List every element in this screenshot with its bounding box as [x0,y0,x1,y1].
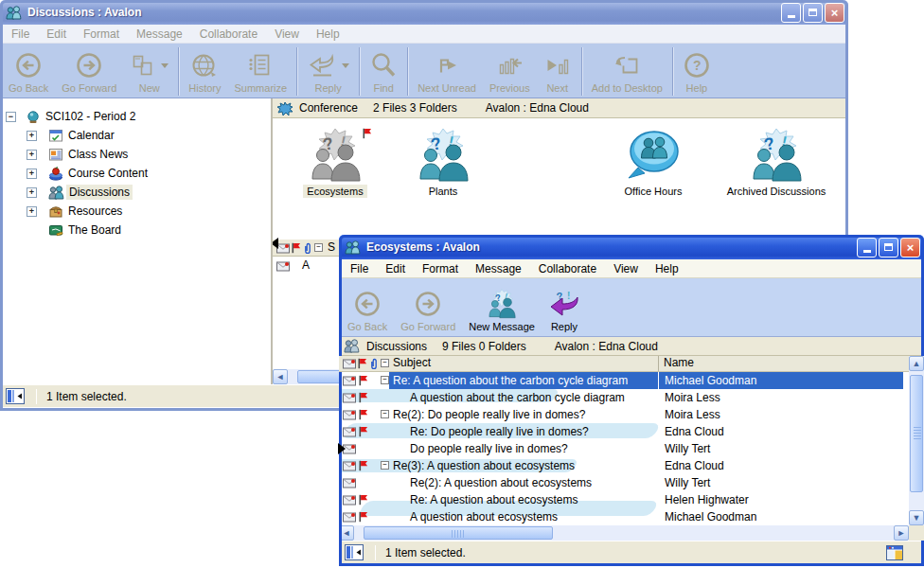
paperclip-icon[interactable] [369,358,379,370]
tree-root[interactable]: −SCI102 - Period 2 [0,107,271,126]
name-column-header[interactable]: Name [664,356,694,369]
dropdown-arrow-icon[interactable] [342,63,349,72]
previous-button[interactable]: Previous [483,45,537,98]
menu-help[interactable]: Help [647,260,687,277]
flag-icon[interactable] [357,358,367,369]
title-bar[interactable]: Ecosystems : Avalon × [339,235,924,259]
dropdown-arrow-icon[interactable] [161,63,169,72]
conference-item-office-hours[interactable]: Office Hours [591,128,716,198]
history-button[interactable]: History [182,45,227,98]
column-header[interactable]: − Subject Name [339,356,924,372]
pane-toggle-icon[interactable] [345,544,364,560]
message-row[interactable]: −Re(2): Do people really live in domes?M… [339,406,903,423]
summarize-button[interactable]: Summarize [228,45,294,98]
sidebar-item-calendar[interactable]: +Calendar [0,126,271,145]
scrollbar-thumb[interactable] [364,526,553,540]
menu-bar: FileEditFormatMessageCollaborateViewHelp [339,259,924,278]
subject-column-header[interactable]: Subject [393,356,431,369]
collapse-all-icon[interactable]: − [381,359,389,367]
maximize-button[interactable] [879,238,898,257]
message-subject: Do people really live in domes? [389,440,658,457]
maximize-button[interactable] [803,3,823,23]
sidebar-item-resources[interactable]: +Resources [0,202,271,221]
go-forward-button[interactable]: Go Forward [394,280,462,336]
pane-view-icon[interactable] [886,545,903,560]
next-unread-button[interactable]: Next Unread [411,45,483,98]
expand-icon[interactable]: + [27,150,37,160]
menu-file[interactable]: File [342,260,377,277]
message-row[interactable]: −Re: A question about the carbon cycle d… [339,372,903,389]
menu-format[interactable]: Format [75,26,128,43]
scroll-right-icon[interactable]: ► [894,525,909,541]
news-icon [48,147,63,162]
tree-item-label: Discussions [66,185,133,200]
expand-icon[interactable]: + [27,131,37,141]
message-row[interactable]: Re: A question about ecosystemsHelen Hig… [339,491,903,508]
envelope-icon[interactable] [343,359,356,369]
column-divider[interactable] [658,356,659,371]
menu-format[interactable]: Format [414,260,467,277]
reply-color-button[interactable]: ?!Reply [542,280,587,336]
close-button[interactable]: × [825,3,844,23]
find-button[interactable]: Find [363,45,404,98]
message-row[interactable]: Do people really live in domes?Willy Ter… [339,440,903,457]
menu-help[interactable]: Help [308,26,348,43]
go-back-button[interactable]: Go Back [2,45,55,98]
go-forward-button[interactable]: Go Forward [55,45,123,98]
menu-edit[interactable]: Edit [38,26,75,43]
sidebar-item-discussions[interactable]: +Discussions [0,183,271,202]
conference-item-ecosystems[interactable]: ? ! Ecosystems [273,128,398,198]
split-pane-marker-icon[interactable] [338,443,346,454]
title-bar[interactable]: Discussions : Avalon × [0,0,848,25]
menu-edit[interactable]: Edit [377,260,414,277]
next-button[interactable]: Next [537,45,578,98]
go-back-button[interactable]: Go Back [341,280,394,336]
new-button[interactable]: New [123,45,175,98]
expand-icon[interactable]: + [27,206,37,217]
menu-file[interactable]: File [3,26,38,43]
menu-message[interactable]: Message [467,260,530,277]
conference-item-archived-discussions[interactable]: ? ! Archived Discussions [714,128,839,198]
close-button[interactable]: × [900,238,920,257]
collapse-thread-icon[interactable]: − [381,410,389,418]
message-row[interactable]: −Re(3): A question about ecosystemsEdna … [339,457,903,474]
reply-button[interactable]: Reply [300,45,356,98]
sidebar-item-course-content[interactable]: +Course Content [0,164,271,183]
sidebar-item-the-board[interactable]: The Board [0,221,271,240]
message-row[interactable]: A question about ecosystemsMichael Goodm… [339,508,903,525]
scroll-left-icon[interactable]: ◄ [273,369,288,384]
tree-item-label: Class News [65,147,131,162]
menu-view[interactable]: View [605,260,647,277]
conference-item-plants[interactable]: ? ! Plants [381,128,506,198]
minimize-button[interactable] [857,238,877,257]
vertical-scrollbar[interactable]: ▲ ▼ [909,356,924,525]
horizontal-scrollbar[interactable]: ◄ ► [339,525,909,541]
toolbar-button-label: Go Forward [62,82,116,94]
expand-icon[interactable]: + [27,169,37,179]
sidebar-item-class-news[interactable]: +Class News [0,145,271,164]
menu-message[interactable]: Message [128,26,191,43]
new-message-button[interactable]: ? ! New Message [462,280,542,336]
pane-toggle-icon[interactable] [6,388,25,404]
tree-item-label: Course Content [65,166,151,181]
collapse-thread-icon[interactable]: − [381,461,389,470]
menu-view[interactable]: View [266,26,308,43]
collapse-icon[interactable]: − [6,112,16,122]
split-pane-marker-icon[interactable] [273,238,278,249]
message-row[interactable]: Re: Do people really live in domes?Edna … [339,423,903,440]
add-to-desktop-button[interactable]: Add to Desktop [585,45,669,98]
scroll-up-icon[interactable]: ▲ [909,356,924,371]
minimize-button[interactable] [781,3,801,23]
scrollbar-thumb[interactable] [910,375,923,492]
collapse-thread-icon[interactable]: − [381,376,389,384]
collapse-all-icon[interactable]: − [314,243,323,252]
scrollbar-track[interactable] [354,525,894,541]
menu-collaborate[interactable]: Collaborate [530,260,605,277]
scroll-left-icon[interactable]: ◄ [339,525,354,541]
expand-icon[interactable]: + [27,187,37,198]
scroll-down-icon[interactable]: ▼ [909,510,924,525]
message-row[interactable]: A question about the carbon cycle diagra… [339,389,903,406]
menu-collaborate[interactable]: Collaborate [191,26,266,43]
help-button[interactable]: ?Help [676,45,718,98]
message-row[interactable]: Re(2): A question about ecosystemsWilly … [339,474,903,491]
